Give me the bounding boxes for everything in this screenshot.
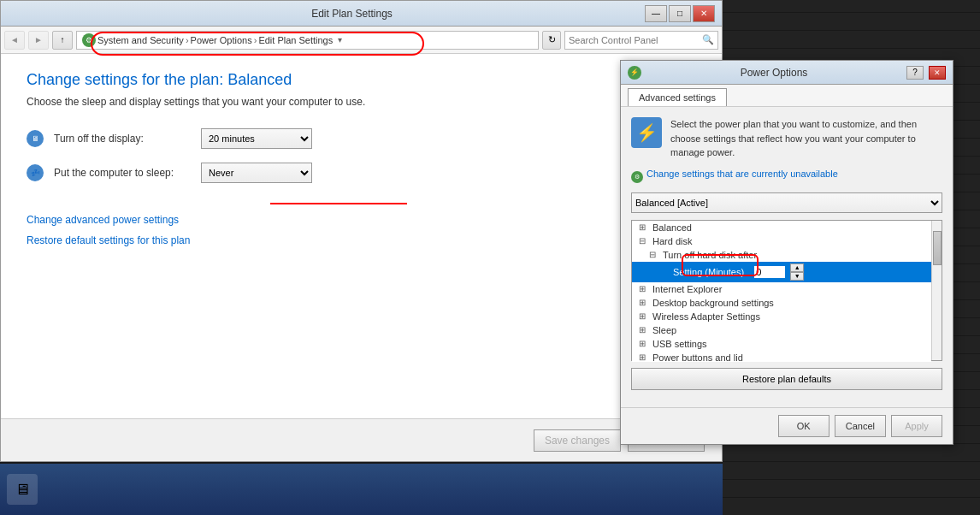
tree-label-wireless: Wireless Adapter Settings [652, 311, 760, 322]
tree-expand-balanced: ⊞ [639, 222, 649, 232]
power-options-dialog: ⚡ Power Options ? ✕ Advanced settings ⚡ … [620, 60, 953, 445]
path-dropdown[interactable]: ▾ [338, 35, 342, 44]
tree-expand-harddisk: ⊟ [639, 236, 649, 246]
tree-expand-sleep: ⊞ [639, 325, 649, 334]
tree-item-turnoff[interactable]: ⊟ Turn off hard disk after [632, 248, 931, 262]
nav-up-button[interactable]: ↑ [52, 31, 73, 50]
sleep-label: Put the computer to sleep: [54, 167, 191, 179]
restore-plan-defaults-button[interactable]: Restore plan defaults [631, 368, 942, 390]
power-tree-container: ⊞ Balanced ⊟ Hard disk ⊟ Turn off hard d… [631, 220, 942, 361]
tree-item-ie[interactable]: ⊞ Internet Explorer [632, 282, 931, 296]
taskbar-icon[interactable]: 🖥 [7, 474, 38, 505]
tree-label-turnoff: Turn off hard disk after [663, 250, 757, 260]
nav-forward-button[interactable]: ► [28, 31, 49, 50]
tree-item-usb[interactable]: ⊞ USB settings [632, 337, 931, 351]
nav-back-button[interactable]: ◄ [4, 31, 25, 50]
spinner-row: ▲ ▼ [753, 263, 804, 281]
restore-link-row: Restore default settings for this plan [27, 234, 696, 246]
spinner-up-button[interactable]: ▲ [790, 263, 804, 272]
display-icon: 🖥 [27, 130, 44, 147]
breadcrumb-power[interactable]: Power Options [191, 35, 252, 45]
display-select[interactable]: 20 minutes Never 5 minutes [201, 128, 312, 149]
title-bar-controls: — □ ✕ [645, 5, 715, 22]
change-link-icon: ⚙ [631, 171, 643, 183]
sleep-select[interactable]: Never 1 minute 5 minutes [201, 163, 312, 183]
power-dialog-title: Power Options [646, 67, 901, 79]
search-icon: 🔍 [702, 34, 714, 45]
tree-item-power-buttons[interactable]: ⊞ Power buttons and lid [632, 351, 931, 362]
tree-expand-wireless: ⊞ [639, 311, 649, 321]
change-settings-link[interactable]: Change settings that are currently unava… [646, 169, 838, 179]
save-changes-button[interactable]: Save changes [534, 429, 621, 452]
close-button[interactable]: ✕ [693, 5, 715, 22]
search-input[interactable] [569, 35, 702, 45]
address-path[interactable]: ⚙ System and Security › Power Options › … [76, 31, 539, 50]
window-title: Edit Plan Settings [59, 8, 645, 20]
tree-item-harddisk[interactable]: ⊟ Hard disk [632, 234, 931, 248]
tree-label-desktop: Desktop background settings [652, 298, 774, 308]
tree-expand-power-buttons: ⊞ [639, 352, 649, 362]
page-subtitle: Choose the sleep and display settings th… [27, 96, 696, 108]
spinner-buttons: ▲ ▼ [790, 263, 804, 281]
tree-label-setting: Setting (Minutes) [673, 267, 744, 277]
tree-label-usb: USB settings [652, 339, 707, 349]
power-intro-icon: ⚡ [631, 117, 662, 148]
tree-expand-turnoff: ⊟ [649, 250, 659, 259]
spinner-input[interactable] [753, 264, 787, 280]
power-dialog-buttons: OK Cancel Apply [621, 407, 953, 444]
scrollbar-thumb[interactable] [933, 231, 942, 265]
power-dialog-icon: ⚡ [628, 66, 641, 80]
tree-expand-desktop: ⊞ [639, 298, 649, 307]
breadcrumb-current[interactable]: Edit Plan Settings [258, 35, 333, 45]
tree-label-ie: Internet Explorer [652, 284, 722, 294]
tree-label-balanced: Balanced [652, 222, 692, 233]
tab-advanced-settings[interactable]: Advanced settings [628, 88, 727, 106]
taskbar: 🖥 [0, 464, 723, 515]
tree-label-harddisk: Hard disk [652, 236, 692, 246]
search-box: 🔍 [564, 31, 718, 50]
main-window: Edit Plan Settings — □ ✕ ◄ ► ↑ ⚙ System … [0, 0, 723, 462]
apply-button[interactable]: Apply [891, 415, 942, 437]
advanced-link[interactable]: Change advanced power settings [27, 214, 179, 226]
cancel-button-dialog[interactable]: Cancel [835, 415, 886, 437]
sleep-row: 💤 Put the computer to sleep: Never 1 min… [27, 163, 696, 183]
breadcrumb-system[interactable]: System and Security [97, 35, 184, 45]
display-row: 🖥 Turn off the display: 20 minutes Never… [27, 128, 696, 149]
tree-item-desktop[interactable]: ⊞ Desktop background settings [632, 296, 931, 310]
tree-item-setting-minutes[interactable]: Setting (Minutes) ▲ ▼ [632, 262, 931, 282]
sleep-icon: 💤 [27, 164, 44, 181]
tree-label-power-buttons: Power buttons and lid [652, 352, 743, 362]
spinner-down-button[interactable]: ▼ [790, 272, 804, 281]
refresh-button[interactable]: ↻ [542, 31, 561, 50]
minimize-button[interactable]: — [645, 5, 667, 22]
tree-item-wireless[interactable]: ⊞ Wireless Adapter Settings [632, 310, 931, 323]
power-intro-text: Select the power plan that you want to c… [670, 117, 942, 160]
display-label: Turn off the display: [54, 133, 191, 145]
power-close-button[interactable]: ✕ [929, 66, 946, 80]
ok-button[interactable]: OK [778, 415, 829, 437]
page-title: Change settings for the plan: Balanced [27, 71, 696, 89]
power-dialog-title-bar: ⚡ Power Options ? ✕ [621, 61, 953, 85]
tree-item-sleep[interactable]: ⊞ Sleep [632, 323, 931, 337]
path-icon: ⚙ [82, 33, 96, 47]
content-area: Change settings for the plan: Balanced C… [1, 54, 722, 418]
power-intro: ⚡ Select the power plan that you want to… [631, 117, 942, 160]
power-tab-bar: Advanced settings [621, 85, 953, 107]
address-bar: ◄ ► ↑ ⚙ System and Security › Power Opti… [1, 27, 722, 54]
bottom-bar: Save changes Cancel [1, 418, 722, 461]
restore-link[interactable]: Restore default settings for this plan [27, 234, 190, 246]
tree-expand-usb: ⊞ [639, 339, 649, 348]
advanced-link-row: Change advanced power settings [27, 214, 696, 226]
power-plan-select[interactable]: Balanced [Active] Power saver High perfo… [631, 192, 942, 213]
maximize-button[interactable]: □ [669, 5, 691, 22]
power-tree[interactable]: ⊞ Balanced ⊟ Hard disk ⊟ Turn off hard d… [632, 221, 931, 362]
power-help-button[interactable]: ? [906, 66, 924, 80]
title-bar: Edit Plan Settings — □ ✕ [1, 1, 722, 27]
tree-item-balanced[interactable]: ⊞ Balanced [632, 221, 931, 234]
tree-expand-ie: ⊞ [639, 284, 649, 293]
scrollbar-track[interactable] [931, 221, 942, 360]
tree-label-sleep: Sleep [652, 325, 676, 335]
power-dialog-body: ⚡ Select the power plan that you want to… [621, 107, 953, 407]
